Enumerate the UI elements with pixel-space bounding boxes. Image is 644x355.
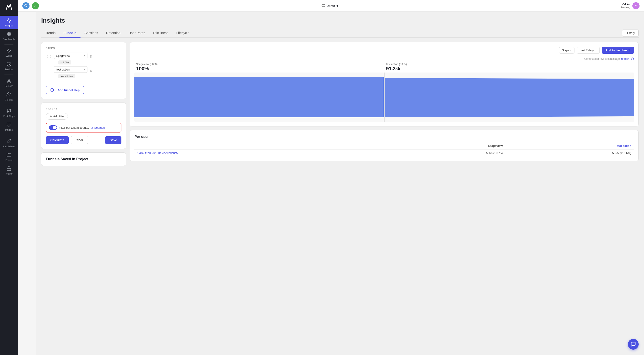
sidebar-item-annotations[interactable]: Annotations [0,137,18,150]
funnels-saved-card: Funnels Saved in Project [41,152,126,166]
funnel-col2-name: test action (5355) [386,63,632,66]
steps-label: Steps [562,49,569,52]
persons-icon [6,78,12,84]
annotations-icon [6,139,12,144]
feat-flags-icon [6,109,12,114]
sidebar-item-toolbar[interactable]: Toolbar [0,164,18,178]
demo-chevron: ▾ [336,4,338,8]
demo-selector[interactable]: Demo ▾ [326,4,338,8]
plus-small-icon [49,115,52,118]
filter-test-accounts-toggle[interactable] [49,125,57,130]
dashboards-icon [6,32,12,37]
filter-toggle-label: Filter out test accounts. [59,126,89,129]
main-content: Insights Trends Funnels Sessions Retenti… [36,12,644,355]
status-button[interactable] [32,2,39,10]
add-filter-button[interactable]: Add filter [46,113,68,120]
svg-rect-10 [7,168,11,171]
tab-funnels[interactable]: Funnels [60,29,80,38]
filters-card: FILTERS Add filter Filter out test accou… [41,103,126,149]
sidebar-divider-3 [4,105,14,105]
funnel-col1-name: $pageview (5868) [136,63,382,66]
add-funnel-step-button[interactable]: + Add funnel step [46,86,84,94]
tab-sessions[interactable]: Sessions [80,29,102,38]
table-row: 17843f9e33d26-0f3cee0cdc8c5... 5868 (100… [134,150,634,157]
steps-dropdown[interactable]: Steps ▾ [559,47,574,54]
row-id[interactable]: 17843f9e33d26-0f3cee0cdc8c5... [134,150,390,157]
plugins-icon [6,122,12,128]
calculate-button[interactable]: Calculate [46,136,69,144]
step2-drag-handle[interactable]: ⋮⋮ [46,66,52,72]
chat-bubble[interactable] [628,339,639,350]
svg-marker-21 [134,77,384,117]
sidebar-item-sessions-label: Sessions [4,68,14,71]
tab-retention[interactable]: Retention [102,29,124,38]
sidebar-item-feat-flags[interactable]: Feat. Flags [0,106,18,120]
sidebar-item-dashboards-label: Dashboards [3,38,15,41]
step2-event: test action [56,68,70,71]
settings-link[interactable]: ⚙ Settings [90,126,105,129]
step1-content: $pageview ▾ 🗑 ↳ 1 filter [54,53,122,65]
filter-toggle-row: Filter out test accounts. ⚙ Settings [46,123,122,133]
row-pageview: 5868 (100%) [390,150,505,157]
computed-row: Computed a few seconds ago refresh [134,57,634,61]
step2-add-filter[interactable]: ↳ Add filters [58,74,75,78]
tabs-list: Trends Funnels Sessions Retention User P… [41,29,194,37]
history-button[interactable]: History [622,30,639,37]
sidebar-item-sessions[interactable]: Sessions [0,60,18,73]
step2-selector[interactable]: test action ▾ [54,66,88,73]
sidebar-divider-2 [4,75,14,75]
left-panel: STEPS ⋮⋮ $pageview ▾ 🗑 ↳ [41,42,126,166]
step1-delete[interactable]: 🗑 [89,53,93,59]
step1-selector[interactable]: $pageview ▾ [54,53,88,59]
user-org: PostHog [621,6,630,9]
step2-delete[interactable]: 🗑 [89,67,93,72]
toolbar-icon [6,166,12,172]
tab-stickiness[interactable]: Stickiness [149,29,172,38]
sessions-icon [6,62,12,67]
sidebar-item-dashboards[interactable]: Dashboards [0,29,18,43]
sidebar-item-project[interactable]: Project [0,150,18,164]
step-row-1: ⋮⋮ $pageview ▾ 🗑 ↳ 1 filter [46,53,122,65]
steps-section-label: STEPS [46,47,122,50]
step1-drag-handle[interactable]: ⋮⋮ [46,53,52,58]
tab-trends[interactable]: Trends [41,29,60,38]
step2-chevron: ▾ [84,68,85,71]
project-icon [6,152,12,158]
svg-point-8 [8,93,9,94]
step2-filter-label: Add filters [62,75,73,78]
action-row: Calculate Clear Save [46,136,122,144]
svg-rect-3 [7,35,8,36]
date-chevron: ▾ [596,49,597,52]
search-button[interactable] [22,2,30,10]
avatar[interactable]: Y [632,2,640,10]
refresh-link[interactable]: refresh [621,57,630,61]
step1-event: $pageview [56,54,70,58]
chart-toolbar: Steps ▾ Last 7 days ▾ Add to dashboard [134,47,634,54]
tab-user-paths[interactable]: User Paths [124,29,149,38]
sidebar-item-events[interactable]: Events [0,46,18,60]
sidebar-item-plugins-label: Plugins [5,129,13,131]
settings-label: Settings [94,126,105,129]
clear-button[interactable]: Clear [71,136,88,144]
sidebar-item-insights[interactable]: Insights [0,16,18,29]
refresh-icon[interactable] [631,57,634,61]
per-user-title: Per user [134,135,634,139]
step1-filter-badge[interactable]: ↳ 1 filter [58,61,71,65]
steps-chevron: ▾ [570,49,572,52]
sidebar-item-insights-label: Insights [5,25,13,27]
settings-icon: ⚙ [90,126,93,129]
funnels-saved-title: Funnels Saved in Project [46,157,122,161]
sidebar-item-cohorts[interactable]: Cohorts [0,90,18,103]
add-funnel-label: + Add funnel step [55,88,80,92]
add-filter-label: Add filter [53,115,64,118]
sidebar-item-plugins[interactable]: Plugins [0,120,18,134]
topbar-center: Demo ▾ [322,4,338,8]
topbar-left [22,2,39,10]
svg-rect-2 [10,32,11,34]
row-test-action: 5355 (91.26%) [505,150,634,157]
sidebar-item-persons[interactable]: Persons [0,76,18,90]
date-range-dropdown[interactable]: Last 7 days ▾ [577,47,600,54]
add-to-dashboard-button[interactable]: Add to dashboard [602,47,634,54]
tab-lifecycle[interactable]: Lifecycle [172,29,193,38]
save-button[interactable]: Save [105,136,122,144]
